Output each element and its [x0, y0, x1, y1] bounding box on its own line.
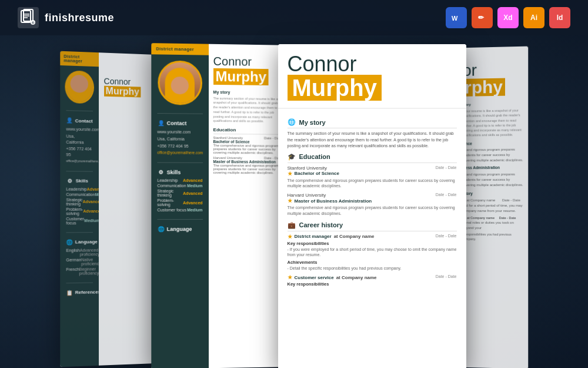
edu-item-2: Harvard University Date - Date ★ Master … [288, 193, 457, 217]
career-subtitle-1: Key responsibilities [288, 241, 457, 246]
resume-sidebar-small: District manager 👤 Contact www.yoursite.… [60, 51, 98, 367]
skill-row-sm-4: Problem-solving Advanced [66, 207, 92, 216]
skill-row-sm: Leadership Advanced [66, 187, 92, 191]
lang-row-sm-3: French Beginner proficiency [66, 267, 92, 276]
contact-section-sm: 👤 Contact www.yoursite.com Usa, Californ… [60, 113, 98, 168]
skills-icon-sm: ⚙ [66, 177, 73, 184]
svg-text:✏: ✏ [478, 14, 485, 22]
contact-location-sm: Usa, California [66, 133, 92, 145]
career-achievement-desc: - Detail the specific responsibilities y… [288, 266, 457, 271]
skills-title-sm: ⚙ Skills [66, 177, 92, 184]
avatar-ring-sm [65, 70, 93, 104]
star-icon-c1: ★ [288, 234, 292, 240]
skill-row-md-5: Customer focus Medium [157, 208, 202, 212]
edu-title-md: Education [213, 127, 282, 135]
contact-email-sm: office@youremailhere.com [66, 159, 92, 164]
edu-header-2: Harvard University Date - Date [288, 193, 457, 198]
resume-card-right: or rphy story f your resume is like a sn… [457, 47, 528, 368]
edu-degree-1: ★ Bachelor of Science [288, 171, 457, 177]
resume-main-small: Connor Murphy [98, 52, 159, 366]
story-text-lg: The summary section of your resume is li… [288, 131, 457, 150]
star-icon-c2: ★ [288, 274, 292, 280]
name-first-md: Connor [213, 55, 282, 69]
references-title-sm: 📋 References [66, 289, 92, 296]
contact-phone-md: +356 772 404 95 [157, 143, 202, 149]
badge-word[interactable]: W [446, 7, 467, 28]
story-icon: 🌐 [288, 118, 296, 126]
top-header: ® finishresume W ✏ Xd Ai Id [0, 0, 588, 35]
references-icon-sm: 📋 [66, 289, 72, 296]
edu-header-1: Stanford University Date - Date [288, 165, 457, 171]
name-last-lg: Murphy [292, 75, 377, 101]
career-achievement-title: Achievements [288, 260, 457, 265]
skills-section-sm: ⚙ Skills Leadership Advanced Communicati… [60, 174, 98, 230]
language-icon-sm: 🌐 [66, 238, 72, 246]
career-desc-1: - If you were employed for a short perio… [288, 247, 457, 258]
badge-figma[interactable]: ✏ [472, 7, 493, 28]
story-text-md: My story The summary section of your res… [213, 89, 282, 124]
contact-phone-sm: +356 772 404 95 [66, 146, 92, 158]
sidebar-header-sm: District manager [60, 51, 98, 67]
person-image-md [159, 62, 200, 104]
name-last-md: Murphy [213, 68, 268, 85]
contact-web-sm: www.yoursite.com [66, 126, 92, 132]
contact-title-md: 👤 Contact [157, 120, 202, 127]
contact-email-md: office@youremailhere.com [157, 150, 202, 156]
contact-web-md: www.yoursite.com [157, 129, 202, 135]
edu-desc-1: The comprehensive and rigorous program p… [288, 178, 457, 190]
career-section-heading: 💼 Career history [288, 221, 457, 231]
skills-section-md: ⚙ Skills Leadership Advanced Communicati… [151, 165, 208, 217]
edu-item-md-2: Harvard University Date - Date Master of… [213, 156, 282, 174]
education-icon: 🎓 [288, 153, 296, 161]
star-icon-1: ★ [288, 171, 292, 177]
sidebar-avatar-md [151, 54, 208, 111]
skill-row-md-2: Communication Medium [157, 184, 202, 188]
format-badges: W ✏ Xd Ai Id [446, 7, 570, 28]
sidebar-avatar-sm [60, 65, 98, 109]
name-section: Connor Murphy [278, 44, 466, 109]
skill-row-sm-5: Customer focus Medium [66, 217, 92, 225]
badge-id[interactable]: Id [549, 7, 570, 28]
badge-ai[interactable]: Ai [523, 7, 544, 28]
skill-row-md-3: Strategic thinking Advanced [157, 189, 202, 197]
svg-text:®: ® [32, 21, 35, 25]
resume-card-small: District manager 👤 Contact www.yoursite.… [60, 51, 159, 367]
resume-sidebar-medium: District manager 👤 Contact www.yoursite.… [151, 43, 208, 368]
name-first-lg: Connor [288, 54, 457, 75]
career-item-2: ★ Customer service at Company name Date … [288, 274, 457, 287]
edu-desc-2: The comprehensive and rigorous program p… [288, 205, 457, 217]
badge-xd[interactable]: Xd [497, 7, 519, 28]
career-subtitle-2: Key responsibilities [288, 281, 457, 287]
contact-title-sm: 👤 Contact [66, 117, 92, 124]
language-title-sm: 🌐 Language [66, 238, 92, 246]
main-content: 🌐 My story The summary section of your r… [278, 109, 466, 368]
name-last-container: Murphy [288, 75, 382, 101]
lang-row-sm-1: English Advanced proficiency [66, 248, 92, 257]
education-section-heading: 🎓 Education [288, 153, 457, 163]
person-image-sm [66, 72, 92, 102]
skills-icon-md: ⚙ [157, 169, 164, 176]
language-icon-md: 🌐 [157, 226, 164, 233]
logo-area: ® finishresume [18, 7, 114, 28]
edu-degree-2: ★ Master of Business Administration [288, 198, 457, 204]
language-section-md: 🌐 Language [151, 223, 208, 239]
logo-icon: ® [18, 7, 39, 28]
career-header-2: ★ Customer service at Company name Date … [288, 274, 457, 280]
content-area: District manager 👤 Contact www.yoursite.… [0, 35, 588, 367]
career-header-1: ★ District manager at Company name Date … [288, 234, 457, 240]
contact-icon-md: 👤 [157, 120, 164, 127]
logo-text: finishresume [45, 12, 114, 24]
skill-row-md-4: Problem-solving Advanced [157, 198, 202, 207]
contact-icon-sm: 👤 [66, 117, 72, 124]
skill-row-sm-2: Communication Medium [66, 192, 92, 196]
story-section-heading: 🌐 My story [288, 118, 457, 128]
language-title-md: 🌐 Language [157, 226, 202, 233]
career-icon: 💼 [288, 221, 296, 229]
edu-item-1: Stanford University Date - Date ★ Bachel… [288, 165, 457, 190]
skills-title-md: ⚙ Skills [157, 169, 202, 176]
resume-card-large: Connor Murphy 🌐 My story The summary sec… [278, 44, 466, 368]
svg-text:W: W [452, 15, 458, 22]
career-item-1: ★ District manager at Company name Date … [288, 234, 457, 271]
career-title-1: ★ District manager at Company name [288, 234, 375, 240]
star-icon-2: ★ [288, 198, 292, 204]
